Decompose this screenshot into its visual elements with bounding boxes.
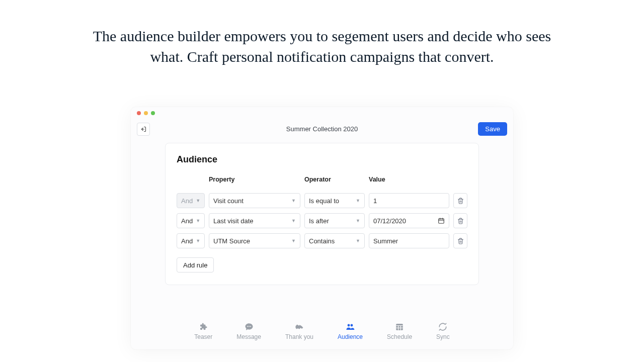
operator-select[interactable]: Is after ▼ bbox=[304, 213, 365, 228]
svg-rect-1 bbox=[439, 219, 444, 223]
add-rule-button[interactable]: Add rule bbox=[177, 257, 214, 273]
property-value: Last visit date bbox=[213, 217, 254, 225]
logout-icon bbox=[140, 126, 146, 132]
back-button[interactable] bbox=[137, 123, 150, 136]
window-close-dot[interactable] bbox=[137, 111, 141, 115]
calendar-icon bbox=[438, 217, 445, 224]
panel-title: Audience bbox=[177, 154, 467, 165]
caret-down-icon: ▼ bbox=[196, 238, 200, 243]
logic-value: And bbox=[181, 237, 193, 245]
rules-grid: Property Operator Value And ▼ Visit coun… bbox=[177, 176, 467, 248]
header-operator: Operator bbox=[304, 176, 365, 183]
caret-down-icon: ▼ bbox=[356, 218, 360, 223]
svg-point-5 bbox=[247, 326, 248, 327]
trash-icon bbox=[457, 238, 464, 244]
value-input-date[interactable]: 07/12/2020 bbox=[369, 213, 449, 228]
tab-label: Schedule bbox=[387, 333, 412, 340]
tab-message[interactable]: Message bbox=[236, 322, 261, 340]
window-titlebar bbox=[131, 107, 513, 119]
caret-down-icon: ▼ bbox=[356, 198, 360, 203]
logic-value: And bbox=[181, 197, 193, 205]
svg-point-9 bbox=[351, 324, 353, 327]
chat-icon bbox=[244, 322, 254, 331]
tab-label: Teaser bbox=[194, 333, 212, 340]
value-input[interactable]: Summer bbox=[369, 233, 449, 248]
delete-rule-button[interactable] bbox=[453, 233, 467, 248]
delete-rule-button[interactable] bbox=[453, 193, 467, 208]
caret-down-icon: ▼ bbox=[196, 198, 200, 203]
caret-down-icon: ▼ bbox=[291, 198, 296, 203]
window-maximize-dot[interactable] bbox=[151, 111, 155, 115]
logic-select[interactable]: And ▼ bbox=[177, 213, 205, 228]
operator-value: Contains bbox=[309, 237, 335, 245]
app-window: Summer Collection 2020 Save Audience Pro… bbox=[131, 107, 513, 349]
audience-panel: Audience Property Operator Value And ▼ V… bbox=[165, 143, 479, 285]
tab-audience[interactable]: Audience bbox=[338, 322, 363, 340]
logic-select: And ▼ bbox=[177, 193, 205, 208]
delete-rule-button[interactable] bbox=[453, 213, 467, 228]
operator-select[interactable]: Is equal to ▼ bbox=[304, 193, 365, 208]
trash-icon bbox=[457, 198, 464, 204]
operator-select[interactable]: Contains ▼ bbox=[304, 233, 365, 248]
value-input[interactable]: 1 bbox=[369, 193, 449, 208]
caret-down-icon: ▼ bbox=[356, 238, 360, 243]
calendar-grid-icon bbox=[394, 322, 405, 331]
tabbar: Teaser Message Thank you Audience Schedu… bbox=[131, 285, 513, 349]
property-select[interactable]: Visit count ▼ bbox=[209, 193, 300, 208]
operator-value: Is after bbox=[309, 217, 329, 225]
people-icon bbox=[345, 322, 355, 331]
hero-text: The audience builder empowers you to seg… bbox=[91, 26, 553, 67]
window-minimize-dot[interactable] bbox=[144, 111, 148, 115]
tab-label: Sync bbox=[436, 333, 450, 340]
refresh-icon bbox=[438, 322, 448, 331]
property-value: Visit count bbox=[213, 197, 244, 205]
svg-point-6 bbox=[249, 326, 250, 327]
caret-down-icon: ▼ bbox=[196, 218, 200, 223]
property-value: UTM Source bbox=[213, 237, 250, 245]
toolbar: Summer Collection 2020 Save bbox=[131, 119, 513, 141]
save-button[interactable]: Save bbox=[478, 122, 507, 136]
caret-down-icon: ▼ bbox=[291, 218, 296, 223]
property-select[interactable]: Last visit date ▼ bbox=[209, 213, 300, 228]
value-text: Summer bbox=[373, 237, 398, 245]
value-text: 1 bbox=[373, 197, 377, 205]
tab-label: Audience bbox=[338, 333, 363, 340]
caret-down-icon: ▼ bbox=[291, 238, 296, 243]
header-value: Value bbox=[369, 176, 449, 183]
tab-sync[interactable]: Sync bbox=[436, 322, 450, 340]
tab-label: Message bbox=[236, 333, 261, 340]
tab-schedule[interactable]: Schedule bbox=[387, 322, 412, 340]
tab-teaser[interactable]: Teaser bbox=[194, 322, 212, 340]
logic-select[interactable]: And ▼ bbox=[177, 233, 205, 248]
page-title: Summer Collection 2020 bbox=[286, 125, 358, 133]
operator-value: Is equal to bbox=[309, 197, 339, 205]
tab-label: Thank you bbox=[285, 333, 313, 340]
svg-point-7 bbox=[250, 326, 251, 327]
trash-icon bbox=[457, 218, 464, 224]
header-property: Property bbox=[209, 176, 300, 183]
handshake-icon bbox=[294, 322, 304, 331]
logic-value: And bbox=[181, 217, 193, 225]
value-text: 07/12/2020 bbox=[373, 217, 406, 225]
puzzle-icon bbox=[198, 322, 208, 331]
tab-thankyou[interactable]: Thank you bbox=[285, 322, 313, 340]
svg-point-8 bbox=[348, 324, 350, 327]
property-select[interactable]: UTM Source ▼ bbox=[209, 233, 300, 248]
